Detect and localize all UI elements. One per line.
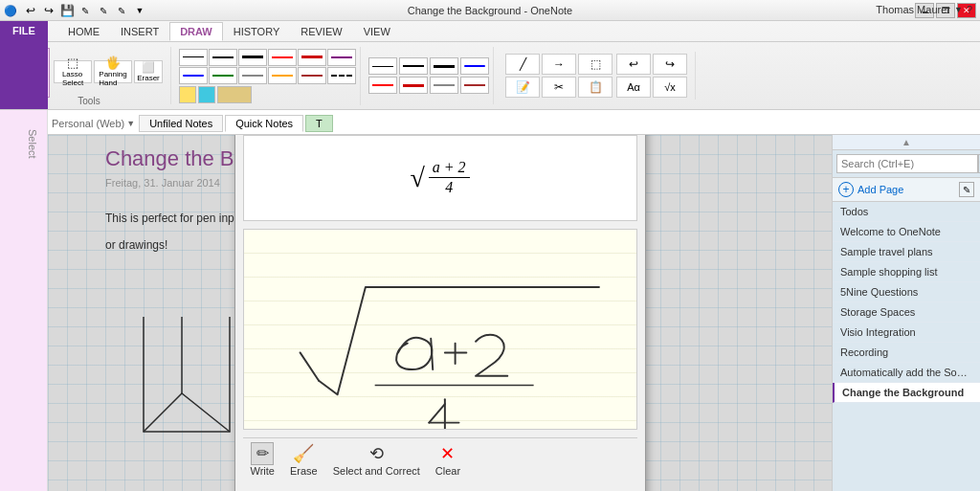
erase-icon: 🧹: [292, 442, 315, 465]
math-tool[interactable]: √x: [653, 77, 687, 98]
lasso-panning-tools: ⬚ LassoSelect 🖐 PanningHand: [54, 48, 163, 96]
more-pen-8[interactable]: [460, 77, 489, 94]
scroll-top[interactable]: ▲: [833, 135, 980, 150]
page-item-shopping[interactable]: Sample shopping list: [833, 262, 980, 282]
pen-swatch-11[interactable]: [298, 67, 326, 84]
page-item-5nine[interactable]: 5Nine Questions: [833, 282, 980, 302]
more-pen-7[interactable]: [430, 77, 458, 94]
pen-swatch-1[interactable]: [179, 49, 208, 66]
color-yellow[interactable]: [179, 86, 196, 103]
add-page-label[interactable]: Add Page: [858, 184, 903, 195]
clear-label: Clear: [435, 465, 460, 477]
ribbon-content: A Type ⬚ LassoSelect 🖐: [0, 42, 980, 109]
tab-insert[interactable]: INSERT: [110, 22, 169, 41]
tab-review[interactable]: REVIEW: [290, 22, 352, 41]
tab-home[interactable]: HOME: [57, 22, 110, 41]
tabs-bar: Personal (Web) ▼ Unfiled Notes Quick Not…: [48, 110, 980, 135]
qa-redo[interactable]: ↪: [40, 2, 57, 19]
erase-tool[interactable]: 🧹 Erase: [290, 442, 318, 477]
panning-tool[interactable]: 🖐 PanningHand: [94, 60, 132, 83]
pen-swatch-5[interactable]: [298, 49, 326, 66]
edit-icon[interactable]: ✎: [959, 182, 974, 197]
convert-tool[interactable]: Aα: [616, 77, 651, 98]
write-tool[interactable]: ✏ Write: [251, 442, 275, 477]
pen-swatch-10[interactable]: [268, 67, 297, 84]
notebook-area: Select Personal (Web) ▼ Unfiled Notes Qu…: [0, 110, 980, 491]
ink-canvas[interactable]: [243, 229, 637, 430]
qa-pen1[interactable]: ✎: [77, 2, 94, 19]
ribbon: FILE 🔵 ↩ ↪ 💾 ✎ ✎ ✎ ▼ Thomas Maurer ▼ ? H…: [0, 21, 980, 110]
qa-dropdown[interactable]: ▼: [131, 2, 148, 19]
page-item-recording[interactable]: Recording: [833, 343, 980, 363]
line-tool[interactable]: ╱: [505, 54, 540, 75]
tab-unfiled-notes[interactable]: Unfiled Notes: [139, 115, 223, 132]
add-page-row: + Add Page ✎: [833, 178, 980, 202]
pen-swatch-2[interactable]: [209, 49, 237, 66]
page-item-travel[interactable]: Sample travel plans: [833, 242, 980, 262]
more-pen-1[interactable]: [368, 57, 397, 75]
main-column: Personal (Web) ▼ Unfiled Notes Quick Not…: [48, 110, 980, 491]
qa-undo[interactable]: ↩: [22, 2, 39, 19]
redo-tool[interactable]: ↪: [653, 54, 687, 75]
pen-swatch-4[interactable]: [268, 49, 297, 66]
pen-swatch-6[interactable]: [327, 49, 356, 66]
more-pen-3[interactable]: [430, 57, 458, 75]
tab-draw[interactable]: DRAW: [169, 22, 223, 41]
modal-body: √ a + 2 4: [235, 135, 645, 491]
shape-select-tool[interactable]: ⬚: [578, 54, 612, 75]
page-item-storage[interactable]: Storage Spaces: [833, 302, 980, 323]
more-pen-5[interactable]: [368, 77, 397, 94]
arrow-tool[interactable]: →: [542, 54, 576, 75]
help-icon[interactable]: ?: [967, 4, 972, 15]
equation-display: √ a + 2 4: [410, 159, 469, 196]
more-pens-section: [365, 47, 494, 104]
tab-history[interactable]: HISTORY: [223, 22, 291, 41]
handwriting-svg: [244, 230, 636, 429]
tab-view[interactable]: VIEW: [353, 22, 401, 41]
equation-preview: √ a + 2 4: [243, 135, 637, 221]
more-pen-2[interactable]: [399, 57, 428, 75]
erase-label: Erase: [290, 465, 318, 477]
tab-quick-notes[interactable]: Quick Notes: [225, 115, 303, 132]
file-button[interactable]: FILE: [0, 21, 48, 109]
numerator: a + 2: [429, 159, 470, 178]
page-item-todos[interactable]: Todos: [833, 202, 980, 222]
lasso-tool[interactable]: ⬚ LassoSelect: [54, 60, 92, 83]
qa-pen3[interactable]: ✎: [113, 2, 130, 19]
clear-tool[interactable]: ✕ Clear: [435, 442, 460, 477]
pen-swatch-3[interactable]: [238, 49, 267, 66]
add-page-icon: +: [838, 182, 854, 197]
scissors-tool[interactable]: ✂: [542, 77, 576, 98]
page-area: Change the Background Freitag, 31. Janua…: [48, 135, 832, 491]
more-pen-6[interactable]: [399, 77, 428, 94]
insert-tool[interactable]: 📝: [505, 77, 540, 98]
page-item-source[interactable]: Automatically add the Source Lin: [833, 363, 980, 383]
color-cyan[interactable]: [198, 86, 215, 103]
qa-save[interactable]: 💾: [58, 2, 76, 19]
insert-ink-equation-dialog: Insert Ink Equation ✕ √ a + 2 4: [234, 135, 646, 491]
pen-swatches-section: [175, 47, 361, 105]
qa-pen2[interactable]: ✎: [95, 2, 112, 19]
eraser-tool[interactable]: ⬜ Eraser: [134, 60, 163, 83]
page-item-visio[interactable]: Visio Integration: [833, 323, 980, 343]
pen-swatches-grid: [179, 49, 356, 84]
pen-swatch-8[interactable]: [209, 67, 237, 84]
color-tan[interactable]: [217, 86, 252, 103]
more-pen-4[interactable]: [460, 57, 489, 75]
page-item-background[interactable]: Change the Background: [833, 383, 980, 403]
copy-tool[interactable]: 📋: [578, 77, 612, 98]
write-label: Write: [251, 465, 275, 477]
undo-tool[interactable]: ↩: [616, 54, 651, 75]
user-dropdown-icon[interactable]: ▼: [954, 5, 963, 14]
pen-swatch-12[interactable]: [327, 67, 356, 84]
tab-t[interactable]: T: [305, 115, 333, 132]
notebook-name[interactable]: Personal (Web) ▼: [52, 118, 135, 129]
pen-swatch-7[interactable]: [179, 67, 208, 84]
pen-swatch-9[interactable]: [238, 67, 267, 84]
notebook-dropdown-icon[interactable]: ▼: [126, 119, 135, 128]
search-input[interactable]: [836, 154, 978, 173]
sidebar-search: 🔍: [833, 150, 980, 178]
color-swatches: [179, 86, 356, 103]
page-item-welcome[interactable]: Welcome to OneNote: [833, 222, 980, 242]
select-correct-tool[interactable]: ⟲ Select and Correct: [333, 442, 420, 477]
